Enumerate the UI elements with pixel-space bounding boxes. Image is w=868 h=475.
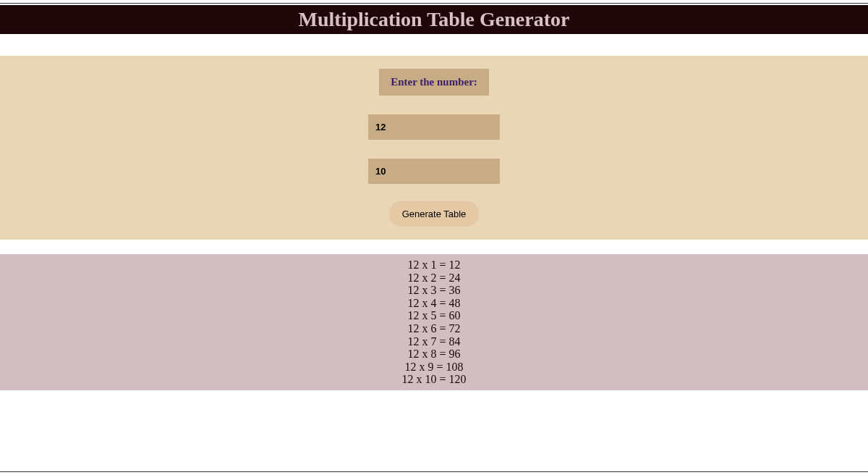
result-line: 12 x 8 = 96	[0, 348, 868, 361]
page-title: Multiplication Table Generator	[0, 5, 868, 34]
result-line: 12 x 3 = 36	[0, 284, 868, 297]
result-line: 12 x 10 = 120	[0, 373, 868, 386]
top-divider	[0, 3, 868, 4]
form-section: Enter the number: Generate Table	[0, 56, 868, 240]
results-section: 12 x 1 = 1212 x 2 = 2412 x 3 = 3612 x 4 …	[0, 254, 868, 390]
number-label: Enter the number:	[379, 69, 489, 96]
generate-button[interactable]: Generate Table	[389, 201, 480, 227]
result-line: 12 x 6 = 72	[0, 322, 868, 335]
result-line: 12 x 4 = 48	[0, 297, 868, 310]
count-input[interactable]	[368, 159, 500, 184]
result-line: 12 x 9 = 108	[0, 361, 868, 374]
result-line: 12 x 1 = 12	[0, 258, 868, 272]
result-line: 12 x 2 = 24	[0, 272, 868, 285]
result-line: 12 x 7 = 84	[0, 335, 868, 348]
result-line: 12 x 5 = 60	[0, 309, 868, 322]
number-input[interactable]	[368, 114, 500, 140]
